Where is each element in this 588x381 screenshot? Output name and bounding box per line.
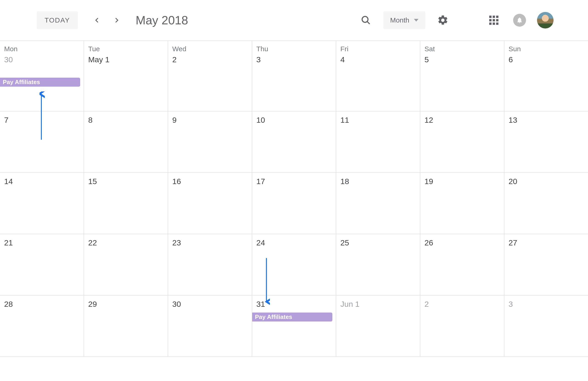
day-of-week-label: Thu bbox=[256, 45, 332, 53]
svg-line-1 bbox=[367, 22, 370, 24]
day-cell[interactable]: 16 bbox=[168, 173, 252, 234]
calendar-row: 78910111213 bbox=[0, 112, 588, 173]
day-cell[interactable]: 2 bbox=[420, 295, 504, 357]
calendar-row: Mon30Pay AffiliatesTueMay 1Wed2Thu3Fri4S… bbox=[0, 41, 588, 112]
date-number: 18 bbox=[340, 177, 416, 186]
calendar-row: 21222324252627 bbox=[0, 234, 588, 295]
date-number: 25 bbox=[340, 238, 416, 247]
date-number: 2 bbox=[424, 300, 500, 309]
day-cell[interactable]: Mon30Pay Affiliates bbox=[0, 41, 84, 111]
day-of-week-label: Mon bbox=[4, 45, 80, 53]
day-of-week-label: Wed bbox=[172, 45, 248, 53]
calendar-event[interactable]: Pay Affiliates bbox=[0, 78, 80, 87]
day-cell[interactable]: Fri4 bbox=[336, 41, 420, 111]
day-cell[interactable]: 9 bbox=[168, 112, 252, 172]
date-number: 2 bbox=[172, 55, 248, 64]
day-cell[interactable]: 12 bbox=[420, 112, 504, 172]
date-number: 12 bbox=[424, 116, 500, 125]
date-number: 23 bbox=[172, 238, 248, 247]
day-cell[interactable]: 31Pay Affiliates bbox=[252, 295, 336, 357]
day-cell[interactable]: 23 bbox=[168, 234, 252, 295]
day-cell[interactable]: 30 bbox=[168, 295, 252, 357]
view-select-label: Month bbox=[390, 16, 409, 24]
chevron-right-icon bbox=[113, 15, 120, 25]
date-number: 29 bbox=[88, 300, 164, 309]
day-cell[interactable]: 26 bbox=[420, 234, 504, 295]
day-cell[interactable]: 17 bbox=[252, 173, 336, 234]
date-number: 16 bbox=[172, 177, 248, 186]
day-cell[interactable]: 20 bbox=[504, 173, 588, 234]
day-cell[interactable]: 8 bbox=[84, 112, 168, 172]
day-cell[interactable]: 27 bbox=[504, 234, 588, 295]
day-cell[interactable]: 11 bbox=[336, 112, 420, 172]
date-number: 21 bbox=[4, 238, 80, 247]
nav-arrows bbox=[92, 15, 122, 26]
day-cell[interactable]: 21 bbox=[0, 234, 84, 295]
day-cell[interactable]: Wed2 bbox=[168, 41, 252, 111]
date-number: 28 bbox=[4, 300, 80, 309]
date-number: 4 bbox=[340, 55, 416, 64]
settings-button[interactable] bbox=[435, 12, 451, 28]
calendar-row: 28293031Pay AffiliatesJun 123 bbox=[0, 295, 588, 357]
day-cell[interactable]: 10 bbox=[252, 112, 336, 172]
date-number: 11 bbox=[340, 116, 416, 125]
calendar-header: TODAY May 2018 Month bbox=[0, 0, 588, 41]
day-cell[interactable]: 25 bbox=[336, 234, 420, 295]
view-select[interactable]: Month bbox=[383, 11, 425, 29]
day-cell[interactable]: Thu3 bbox=[252, 41, 336, 111]
calendar-row: 14151617181920 bbox=[0, 173, 588, 234]
date-number: 14 bbox=[4, 177, 80, 186]
day-cell[interactable]: Sat5 bbox=[420, 41, 504, 111]
date-number: 24 bbox=[256, 238, 332, 247]
date-number: 3 bbox=[508, 300, 584, 309]
date-number: 31 bbox=[256, 300, 332, 309]
day-cell[interactable]: 7 bbox=[0, 112, 84, 172]
bell-icon bbox=[513, 14, 526, 27]
month-title: May 2018 bbox=[136, 13, 188, 27]
day-of-week-label: Fri bbox=[340, 45, 416, 53]
date-number: May 1 bbox=[88, 55, 164, 64]
day-cell[interactable]: 18 bbox=[336, 173, 420, 234]
day-cell[interactable]: 22 bbox=[84, 234, 168, 295]
today-button[interactable]: TODAY bbox=[37, 11, 78, 29]
caret-down-icon bbox=[414, 19, 419, 22]
apps-grid-icon bbox=[489, 16, 498, 25]
profile-avatar[interactable] bbox=[537, 12, 554, 28]
date-number: 6 bbox=[508, 55, 584, 64]
day-of-week-label: Tue bbox=[88, 45, 164, 53]
date-number: 5 bbox=[424, 55, 500, 64]
date-number: 13 bbox=[508, 116, 584, 125]
day-cell[interactable]: 24 bbox=[252, 234, 336, 295]
date-number: 20 bbox=[508, 177, 584, 186]
day-cell[interactable]: 15 bbox=[84, 173, 168, 234]
day-of-week-label: Sun bbox=[508, 45, 584, 53]
notifications-button[interactable] bbox=[511, 12, 528, 28]
prev-month-button[interactable] bbox=[92, 15, 103, 26]
day-of-week-label: Sat bbox=[424, 45, 500, 53]
day-cell[interactable]: Jun 1 bbox=[336, 295, 420, 357]
search-button[interactable] bbox=[358, 12, 374, 28]
calendar-event[interactable]: Pay Affiliates bbox=[252, 313, 332, 321]
search-icon bbox=[361, 15, 371, 25]
apps-button[interactable] bbox=[485, 12, 502, 28]
day-cell[interactable]: 28 bbox=[0, 295, 84, 357]
date-number: 19 bbox=[424, 177, 500, 186]
date-number: 3 bbox=[256, 55, 332, 64]
day-cell[interactable]: TueMay 1 bbox=[84, 41, 168, 111]
date-number: 9 bbox=[172, 116, 248, 125]
day-cell[interactable]: 19 bbox=[420, 173, 504, 234]
day-cell[interactable]: 14 bbox=[0, 173, 84, 234]
date-number: 26 bbox=[424, 238, 500, 247]
date-number: 10 bbox=[256, 116, 332, 125]
date-number: 7 bbox=[4, 116, 80, 125]
date-number: 27 bbox=[508, 238, 584, 247]
date-number: 15 bbox=[88, 177, 164, 186]
date-number: 22 bbox=[88, 238, 164, 247]
svg-point-0 bbox=[362, 17, 368, 22]
day-cell[interactable]: 3 bbox=[504, 295, 588, 357]
gear-icon bbox=[437, 15, 449, 26]
next-month-button[interactable] bbox=[111, 15, 122, 26]
day-cell[interactable]: 29 bbox=[84, 295, 168, 357]
day-cell[interactable]: Sun6 bbox=[504, 41, 588, 111]
day-cell[interactable]: 13 bbox=[504, 112, 588, 172]
